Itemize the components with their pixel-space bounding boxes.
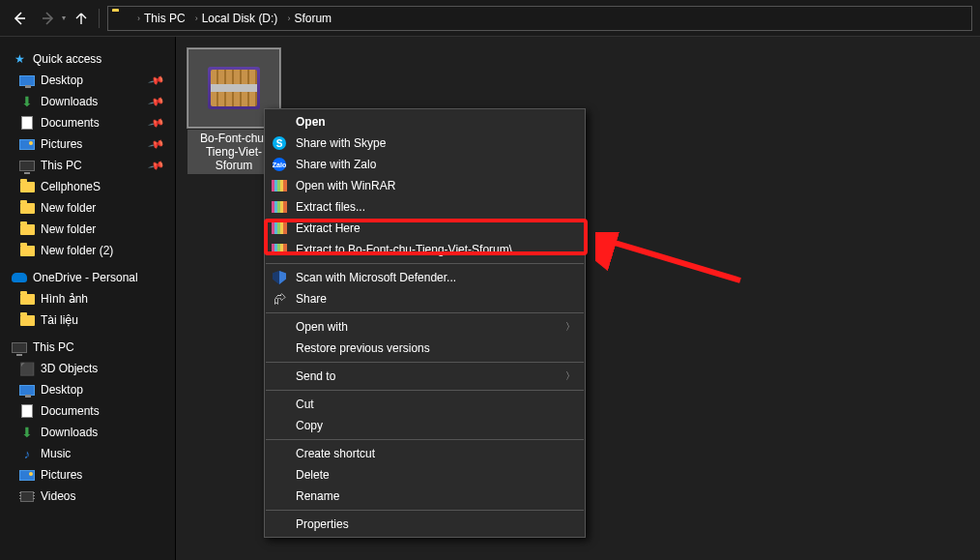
sidebar-item-folder[interactable]: New folder xyxy=(0,219,175,240)
folder-icon xyxy=(20,203,35,214)
ctx-defender-scan[interactable]: Scan with Microsoft Defender... xyxy=(265,267,585,288)
download-icon: ⬇ xyxy=(19,95,35,108)
pc-icon xyxy=(19,161,35,171)
zalo-icon: Zalo xyxy=(273,158,286,171)
desktop-icon xyxy=(19,385,35,396)
folder-icon xyxy=(20,315,35,326)
ctx-cut[interactable]: Cut xyxy=(265,394,585,415)
nav-history-dropdown[interactable]: ▾ xyxy=(62,14,66,22)
address-toolbar: ▾ ›This PC ›Local Disk (D:) ›Sforum xyxy=(0,0,980,37)
pictures-icon xyxy=(19,139,35,150)
pin-icon: 📌 xyxy=(148,72,166,89)
winrar-icon xyxy=(272,201,287,213)
pc-icon xyxy=(12,342,27,353)
sidebar-item-documents[interactable]: Documents xyxy=(0,400,175,422)
sidebar-item-desktop[interactable]: Desktop📌 xyxy=(0,70,175,91)
ctx-separator xyxy=(266,263,584,264)
document-icon xyxy=(21,116,33,130)
pictures-icon xyxy=(19,470,35,481)
sidebar-thispc[interactable]: This PC xyxy=(0,337,175,358)
breadcrumb-segment[interactable]: ›Local Disk (D:) xyxy=(191,10,282,27)
ctx-extract-files[interactable]: Extract files... xyxy=(265,196,585,218)
ctx-open[interactable]: Open xyxy=(265,111,585,133)
objects-icon: ⬛ xyxy=(19,362,35,375)
address-bar[interactable]: ›This PC ›Local Disk (D:) ›Sforum xyxy=(107,6,972,31)
ctx-open-winrar[interactable]: Open with WinRAR xyxy=(265,175,585,196)
folder-icon xyxy=(20,294,35,305)
winrar-icon xyxy=(272,180,287,192)
sidebar-item-downloads[interactable]: ⬇Downloads xyxy=(0,422,175,443)
folder-icon xyxy=(20,246,35,256)
ctx-open-with[interactable]: Open with〉 xyxy=(265,316,585,338)
ctx-restore-versions[interactable]: Restore previous versions xyxy=(265,338,585,359)
ctx-separator xyxy=(266,510,584,511)
ctx-delete[interactable]: Delete xyxy=(265,464,585,486)
ctx-rename[interactable]: Rename xyxy=(265,486,585,507)
desktop-icon xyxy=(19,75,35,86)
submenu-arrow-icon: 〉 xyxy=(565,369,575,383)
document-icon xyxy=(21,404,33,418)
ctx-separator xyxy=(266,312,584,313)
sidebar-item-pictures[interactable]: Pictures📌 xyxy=(0,133,175,155)
nav-sidebar: ★ Quick access Desktop📌 ⬇Downloads📌 Docu… xyxy=(0,37,176,560)
sidebar-item-thispc[interactable]: This PC📌 xyxy=(0,155,175,176)
nav-forward-button[interactable] xyxy=(37,7,60,30)
rar-archive-icon xyxy=(208,67,260,109)
skype-icon: S xyxy=(273,136,286,150)
pin-icon: 📌 xyxy=(148,157,166,174)
winrar-icon xyxy=(272,222,287,234)
sidebar-item-desktop[interactable]: Desktop xyxy=(0,379,175,400)
ctx-send-to[interactable]: Send to〉 xyxy=(265,366,585,387)
sidebar-item-folder[interactable]: Tài liệu xyxy=(0,309,175,331)
ctx-properties[interactable]: Properties xyxy=(265,514,585,535)
sidebar-item-folder[interactable]: New folder (2) xyxy=(0,240,175,261)
folder-icon xyxy=(20,182,35,192)
star-icon: ★ xyxy=(12,52,27,66)
pin-icon: 📌 xyxy=(148,135,166,153)
share-icon: ⮳ xyxy=(271,290,288,308)
sidebar-item-downloads[interactable]: ⬇Downloads📌 xyxy=(0,91,175,112)
sidebar-item-folder[interactable]: Hình ảnh xyxy=(0,288,175,309)
winrar-icon xyxy=(272,244,287,255)
folder-icon xyxy=(20,224,35,235)
pin-icon: 📌 xyxy=(148,114,166,132)
sidebar-item-3dobjects[interactable]: ⬛3D Objects xyxy=(0,358,175,379)
ctx-separator xyxy=(266,390,584,391)
ctx-create-shortcut[interactable]: Create shortcut xyxy=(265,443,585,464)
sidebar-item-pictures[interactable]: Pictures xyxy=(0,464,175,486)
breadcrumb-segment[interactable]: ›Sforum xyxy=(283,10,335,27)
sidebar-quick-access[interactable]: ★ Quick access xyxy=(0,48,175,70)
download-icon: ⬇ xyxy=(19,426,35,439)
breadcrumb-segment[interactable]: ›This PC xyxy=(133,10,189,27)
sidebar-item-music[interactable]: ♪Music xyxy=(0,443,175,464)
ctx-share[interactable]: ⮳Share xyxy=(265,288,585,309)
nav-back-button[interactable] xyxy=(8,7,31,30)
sidebar-item-videos[interactable]: Videos xyxy=(0,486,175,507)
ctx-copy[interactable]: Copy xyxy=(265,415,585,436)
submenu-arrow-icon: 〉 xyxy=(565,320,575,334)
ctx-extract-here[interactable]: Extract Here xyxy=(265,218,585,239)
music-icon: ♪ xyxy=(19,447,35,460)
sidebar-item-folder[interactable]: CellphoneS xyxy=(0,176,175,197)
nav-up-button[interactable] xyxy=(72,7,91,30)
video-icon xyxy=(20,491,34,502)
sidebar-onedrive[interactable]: OneDrive - Personal xyxy=(0,267,175,288)
ctx-separator xyxy=(266,362,584,363)
pin-icon: 📌 xyxy=(148,93,166,110)
context-menu: Open SShare with Skype ZaloShare with Za… xyxy=(264,108,586,538)
sidebar-item-documents[interactable]: Documents📌 xyxy=(0,112,175,133)
ctx-separator xyxy=(266,439,584,440)
ctx-extract-to[interactable]: Extract to Bo-Font-chu-Tieng-Viet-Sforum… xyxy=(265,239,585,260)
ctx-share-zalo[interactable]: ZaloShare with Zalo xyxy=(265,154,585,175)
ctx-share-skype[interactable]: SShare with Skype xyxy=(265,133,585,154)
sidebar-item-folder[interactable]: New folder xyxy=(0,197,175,219)
defender-icon xyxy=(273,271,286,284)
folder-icon xyxy=(112,12,128,25)
onedrive-icon xyxy=(12,273,27,282)
